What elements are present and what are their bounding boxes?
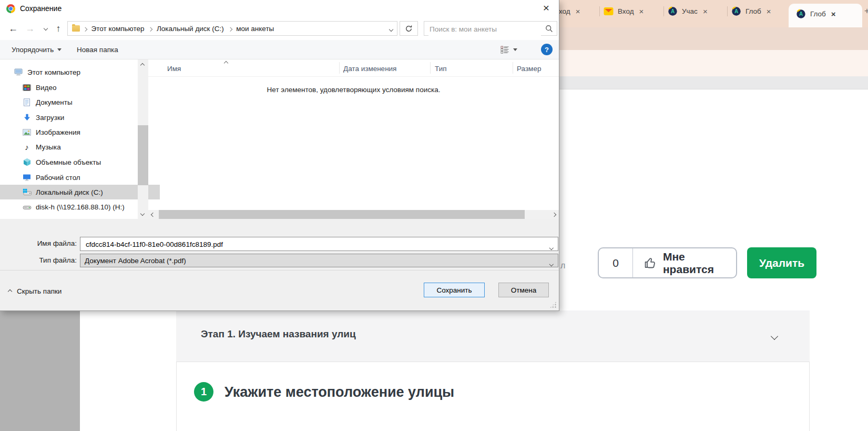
browser-tab-2[interactable]: Вход × — [604, 0, 660, 22]
column-header-name[interactable]: Имя — [167, 65, 181, 73]
scrollbar-thumb[interactable] — [138, 125, 148, 185]
sidebar-item-downloads[interactable]: Загрузки — [0, 110, 160, 125]
sidebar-item-video[interactable]: Видео — [0, 80, 160, 95]
computer-icon — [14, 68, 23, 76]
help-button[interactable]: ? — [541, 44, 553, 55]
dropdown-triangle-icon — [513, 48, 517, 51]
breadcrumb-current-folder[interactable]: мои анкеты — [235, 25, 275, 33]
hide-folders-label: Скрыть папки — [17, 287, 62, 295]
step-heading: Укажите местоположение улицы — [224, 384, 454, 400]
new-folder-button[interactable]: Новая папка — [77, 40, 118, 59]
up-button[interactable]: ↑ — [52, 22, 65, 35]
thumbs-up-icon — [644, 256, 658, 270]
tab-close-icon[interactable]: × — [767, 7, 771, 15]
column-header-date[interactable]: Дата изменения — [343, 65, 396, 73]
delete-button[interactable]: Удалить — [747, 247, 816, 278]
sidebar-item-label: Рабочий стол — [36, 174, 80, 182]
new-tab-button[interactable]: + — [864, 0, 868, 22]
folder-icon — [72, 25, 80, 32]
chevron-down-icon[interactable] — [772, 332, 777, 341]
resize-grip[interactable] — [549, 301, 557, 308]
column-header-size[interactable]: Размер — [517, 65, 541, 73]
column-divider[interactable] — [513, 62, 513, 74]
tab-close-icon[interactable]: × — [576, 7, 580, 15]
refresh-button[interactable] — [400, 21, 418, 36]
clipped-page-text: л — [560, 261, 565, 270]
sidebar-item-label: Объемные объекты — [36, 158, 101, 166]
sidebar-item-music[interactable]: ♪ Музыка — [0, 139, 160, 154]
like-button[interactable]: Мне нравится — [633, 250, 736, 276]
sidebar-item-desktop[interactable]: Рабочий стол — [0, 170, 160, 185]
scroll-left-icon[interactable] — [151, 213, 155, 217]
back-button[interactable]: ← — [6, 22, 20, 35]
header-underline — [148, 76, 559, 77]
tab-label: ход — [559, 7, 570, 15]
dialog-main-area: Этот компьютер Видео Документы Загрузки … — [0, 59, 559, 219]
file-type-value: Документ Adobe Acrobat (*.pdf) — [85, 257, 186, 265]
browser-tab-4[interactable]: А Глоб × — [731, 0, 785, 22]
chrome-icon — [6, 4, 15, 13]
file-type-dropdown[interactable]: Документ Adobe Acrobat (*.pdf) — [80, 254, 558, 267]
dialog-close-button[interactable]: × — [535, 0, 557, 16]
chevron-right-icon — [149, 25, 152, 33]
tab-close-icon[interactable]: × — [831, 10, 836, 18]
address-dropdown-chevron[interactable] — [390, 25, 393, 33]
browser-tab-1[interactable]: ход × — [559, 0, 597, 22]
search-input[interactable] — [428, 22, 541, 36]
sidebar-item-local-disk-c[interactable]: Локальный диск (C:) — [0, 185, 160, 199]
tab-label: Глоб — [810, 10, 826, 18]
browser-tab-3[interactable]: А Учас × — [668, 0, 723, 22]
sidebar-item-label: Загрузки — [36, 114, 64, 122]
likes-count: 0 — [599, 257, 632, 269]
hide-folders-button[interactable]: Скрыть папки — [8, 287, 62, 295]
stage-accordion[interactable]: Этап 1. Изучаем названия улиц — [176, 310, 810, 362]
browser-tab-active[interactable]: А Глоб × — [796, 3, 855, 25]
tab-close-icon[interactable]: × — [703, 7, 708, 15]
svg-text:А: А — [734, 8, 738, 14]
sidebar-item-3d-objects[interactable]: Объемные объекты — [0, 155, 160, 169]
like-widget: 0 Мне нравится — [598, 247, 737, 278]
scrollbar-thumb[interactable] — [159, 210, 525, 219]
recent-locations-chevron[interactable] — [39, 22, 53, 35]
save-button[interactable]: Сохранить — [424, 283, 485, 297]
svg-text:А: А — [671, 8, 675, 14]
stage-title: Этап 1. Изучаем названия улиц — [201, 328, 356, 340]
cancel-button[interactable]: Отмена — [498, 283, 549, 297]
plus-icon: + — [864, 6, 868, 16]
sidebar-item-label: Видео — [36, 84, 56, 92]
breadcrumb-this-pc[interactable]: Этот компьютер — [90, 25, 146, 33]
site-a-icon: А — [731, 6, 741, 16]
sidebar-item-documents[interactable]: Документы — [0, 95, 160, 109]
desktop-icon — [22, 174, 32, 181]
save-dialog: Сохранение × ← → ↑ Этот компьютер Локаль… — [0, 0, 559, 311]
forward-button: → — [23, 22, 37, 35]
sidebar-item-label: Музыка — [36, 143, 61, 151]
column-divider[interactable] — [339, 62, 340, 74]
address-bar[interactable]: Этот компьютер Локальный диск (C:) мои а… — [67, 21, 397, 36]
sidebar-item-pictures[interactable]: Изображения — [0, 125, 160, 139]
column-divider[interactable] — [430, 62, 431, 74]
sidebar-item-label: Документы — [36, 98, 73, 106]
sidebar-scrollbar[interactable] — [138, 59, 148, 219]
video-icon — [22, 84, 32, 91]
chevron-down-icon[interactable] — [550, 259, 553, 267]
scroll-right-icon[interactable] — [552, 213, 556, 217]
view-mode-button[interactable] — [501, 40, 517, 59]
tab-close-icon[interactable]: × — [639, 7, 644, 15]
scroll-up-icon[interactable] — [140, 63, 145, 67]
column-header-type[interactable]: Тип — [435, 65, 447, 73]
network-disk-icon — [22, 204, 32, 210]
chevron-down-icon[interactable] — [550, 243, 553, 250]
page-left-backdrop — [0, 310, 80, 431]
chevron-up-icon — [8, 289, 12, 293]
dialog-toolbar: Упорядочить Новая папка ? — [0, 40, 559, 59]
file-name-field[interactable] — [80, 237, 558, 251]
sidebar-item-network-disk-h[interactable]: disk-h (\\192.168.88.10) (H:) — [0, 199, 160, 214]
scroll-down-icon[interactable] — [140, 212, 145, 216]
sidebar-item-this-pc[interactable]: Этот компьютер — [0, 65, 151, 79]
file-name-input[interactable] — [85, 238, 544, 250]
search-box[interactable] — [424, 21, 557, 36]
organize-button[interactable]: Упорядочить — [12, 40, 62, 59]
breadcrumb-local-disk[interactable]: Локальный диск (C:) — [156, 25, 225, 33]
list-horizontal-scrollbar[interactable] — [148, 210, 559, 219]
